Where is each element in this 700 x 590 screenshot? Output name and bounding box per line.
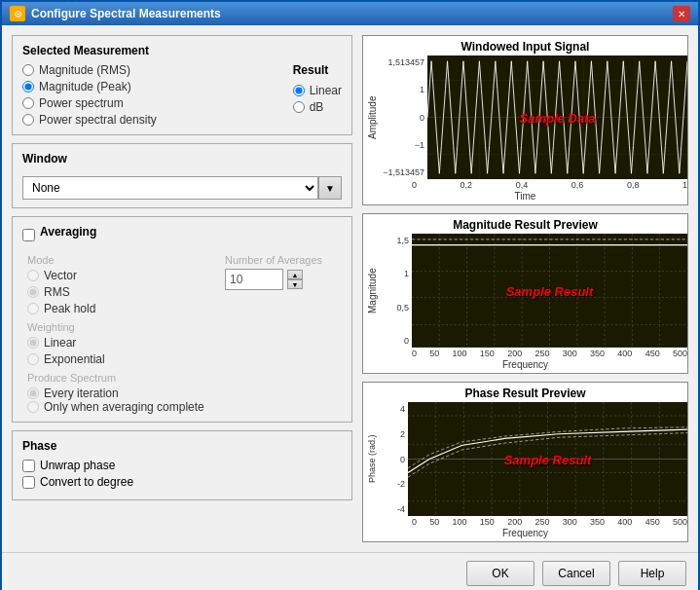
window-dropdown: None Hann Hamming Blackman Flat Top ▼: [22, 176, 342, 200]
mag-y-tick-3: 0: [381, 336, 412, 346]
averaging-right-col: Number of Averages ▲ ▼: [225, 250, 342, 414]
windowed-y-ticks: 1,513457 1 0 −1 −1,513457: [381, 55, 427, 179]
radio-row-db: dB: [293, 100, 342, 114]
x-tick-0: 0: [412, 180, 417, 190]
radio-mode-rms[interactable]: [27, 286, 39, 298]
result-title: Result: [293, 63, 342, 77]
y-tick-4: −1,513457: [381, 167, 427, 177]
averaging-label: Averaging: [40, 225, 96, 239]
label-mode-rms: RMS: [44, 285, 70, 299]
label-mag-peak: Magnitude (Peak): [39, 80, 131, 93]
dialog-title: Configure Spectral Measurements: [31, 7, 221, 20]
magnitude-x-axis-row: 0 50 100 150 200 250 300 350 400 450 500: [363, 348, 687, 359]
radio-row-only-when: Only when averaging complete: [27, 400, 210, 414]
phase-y-label: Phase (rad.): [363, 402, 381, 516]
radio-mag-rms[interactable]: [22, 64, 34, 76]
phase-y-tick-0: 4: [381, 404, 408, 414]
radio-mag-peak[interactable]: [22, 81, 34, 92]
unwrap-phase-checkbox[interactable]: [22, 460, 35, 472]
averaging-checkbox[interactable]: [22, 229, 35, 241]
radio-weighting-exponential[interactable]: [27, 353, 39, 365]
radio-power-spectral-density[interactable]: [22, 114, 34, 126]
magnitude-plot: Sample Result: [412, 234, 687, 348]
phase-y-ticks: 4 2 0 -2 -4: [381, 402, 408, 516]
convert-degree-checkbox[interactable]: [22, 476, 35, 489]
magnitude-y-label: Magnitude: [363, 234, 381, 348]
radio-row-mag-rms: Magnitude (RMS): [22, 63, 157, 77]
averaging-section: Averaging Mode Vector: [12, 216, 352, 423]
radio-mode-vector[interactable]: [27, 270, 39, 281]
radio-mode-peak-hold[interactable]: [27, 303, 39, 314]
radio-row-weighting-linear: Linear: [27, 336, 210, 350]
mag-y-tick-2: 0,5: [381, 303, 412, 313]
label-weighting-exponential: Exponential: [44, 352, 105, 366]
label-mode-peak-hold: Peak hold: [44, 302, 95, 315]
windowed-y-label: Amplitude: [363, 55, 381, 179]
mag-y-tick-1: 1: [381, 269, 412, 278]
y-tick-3: −1: [381, 140, 427, 150]
mode-title: Mode: [27, 254, 210, 266]
phase-x-ticks: 0 50 100 150 200 250 300 350 400 450 500: [412, 516, 687, 528]
radio-every-iteration[interactable]: [27, 387, 39, 399]
averaging-two-col: Mode Vector RMS: [27, 250, 342, 414]
dialog-body: Selected Measurement Magnitude (RMS) Mag…: [2, 25, 698, 552]
close-button[interactable]: ✕: [673, 6, 690, 21]
magnitude-area: Magnitude 1,5 1 0,5 0: [363, 234, 687, 348]
magnitude-x-ticks: 0 50 100 150 200 250 300 350 400 450 500: [412, 348, 687, 359]
unwrap-phase-label: Unwrap phase: [40, 459, 115, 472]
windowed-input-title: Windowed Input Signal: [363, 36, 687, 55]
phase-area: Phase (rad.) 4 2 0 -2 -4: [363, 402, 687, 516]
label-power-spectrum: Power spectrum: [39, 96, 124, 110]
label-only-when-complete: Only when averaging complete: [44, 400, 204, 414]
phase-x-label: Frequency: [363, 528, 687, 541]
window-title: Window: [22, 152, 342, 166]
left-panel: Selected Measurement Magnitude (RMS) Mag…: [12, 35, 352, 542]
averaging-content: Mode Vector RMS: [22, 250, 342, 414]
averaging-header: Averaging: [22, 225, 342, 244]
phase-plot: Sample Result: [408, 402, 687, 516]
phase-svg: [408, 402, 687, 516]
windowed-input-area: Amplitude 1,513457 1 0 −1 −1,513457: [363, 55, 687, 179]
phase-title: Phase: [22, 439, 342, 453]
title-bar-left: ⚙ Configure Spectral Measurements: [10, 6, 221, 21]
window-dropdown-button[interactable]: ▼: [318, 176, 342, 200]
produce-spectrum-title: Produce Spectrum: [27, 372, 210, 384]
weighting-radio-group: Linear Exponential: [27, 336, 210, 366]
label-mag-rms: Magnitude (RMS): [39, 63, 130, 77]
mode-radio-group: Vector RMS Peak hold: [27, 269, 210, 315]
phase-section: Phase Unwrap phase Convert to degree: [12, 430, 352, 500]
unwrap-phase-row: Unwrap phase: [22, 459, 342, 472]
spinner-buttons: ▲ ▼: [287, 270, 303, 289]
measurement-radio-group: Magnitude (RMS) Magnitude (Peak) Power s…: [22, 63, 157, 127]
convert-degree-label: Convert to degree: [40, 475, 133, 489]
x-tick-3: 0,6: [571, 180, 584, 190]
radio-only-when-complete[interactable]: [27, 401, 39, 413]
num-averages-title: Number of Averages: [225, 254, 342, 266]
windowed-x-axis-row: 0 0,2 0,4 0,6 0,8 1: [363, 179, 687, 191]
phase-y-tick-1: 2: [381, 429, 408, 439]
phase-result-chart: Phase Result Preview Phase (rad.) 4 2 0 …: [362, 382, 688, 542]
result-section: Result Linear dB: [293, 63, 342, 127]
magnitude-result-title: Magnitude Result Preview: [363, 214, 687, 234]
help-button[interactable]: Help: [618, 561, 686, 586]
spin-up-button[interactable]: ▲: [287, 270, 303, 279]
window-select[interactable]: None Hann Hamming Blackman Flat Top: [22, 176, 318, 200]
windowed-x-ticks: 0 0,2 0,4 0,6 0,8 1: [412, 179, 687, 191]
number-of-averages-input[interactable]: [225, 269, 283, 290]
averaging-left-col: Mode Vector RMS: [27, 250, 210, 414]
y-tick-1: 1: [381, 85, 427, 94]
ok-button[interactable]: OK: [466, 561, 534, 586]
selected-measurement-inner: Magnitude (RMS) Magnitude (Peak) Power s…: [22, 63, 342, 127]
x-tick-1: 0,2: [461, 180, 473, 190]
spin-down-button[interactable]: ▼: [287, 279, 303, 289]
radio-result-db[interactable]: [293, 101, 305, 113]
cancel-button[interactable]: Cancel: [542, 561, 610, 586]
radio-row-every-iter: Every iteration: [27, 387, 210, 400]
radio-result-linear[interactable]: [293, 85, 305, 96]
radio-row-weighting-exponential: Exponential: [27, 352, 210, 366]
magnitude-svg: [412, 234, 687, 348]
radio-weighting-linear[interactable]: [27, 337, 39, 349]
phase-y-tick-3: -2: [381, 479, 408, 489]
radio-power-spectrum[interactable]: [22, 97, 34, 109]
phase-result-title: Phase Result Preview: [363, 383, 687, 402]
